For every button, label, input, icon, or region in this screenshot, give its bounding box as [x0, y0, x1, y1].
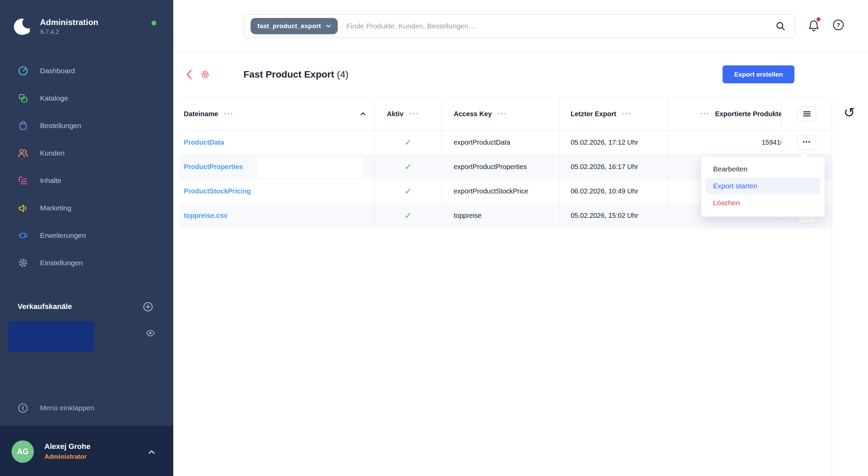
sidebar-item-erweiterungen[interactable]: Erweiterungen: [0, 222, 173, 249]
grid-settings-cell: [781, 98, 832, 130]
exported-products-cell: 159410: [669, 130, 781, 154]
sidebar: Administration 6.7.4.2 Dashboard Katalog…: [0, 0, 173, 476]
active-check-icon: ✓: [405, 210, 412, 221]
page-title: Fast Product Export(4): [243, 69, 349, 80]
app-version: 6.7.4.2: [40, 28, 59, 36]
search-icon[interactable]: [775, 21, 786, 32]
column-header-access-key[interactable]: Access Key ···: [441, 98, 559, 130]
topbar: fast_product_export: [173, 0, 868, 51]
sidebar-item-bestellungen[interactable]: Bestellungen: [0, 112, 173, 139]
filename-link[interactable]: ProductStockPricing: [184, 187, 251, 195]
smartbar: Fast Product Export(4) Export erstellen: [173, 51, 868, 97]
sidebar-item-marketing[interactable]: Marketing: [0, 194, 173, 222]
last-export-cell: 05.02.2026, 15:02 Uhr: [559, 204, 669, 228]
sidebar-item-kataloge[interactable]: Kataloge: [0, 84, 173, 112]
sales-channel-item[interactable]: [8, 321, 94, 352]
bag-icon: [17, 120, 29, 132]
sidebar-item-kunden[interactable]: Kunden: [0, 139, 173, 167]
ellipsis-icon: •••: [803, 142, 811, 143]
last-export-cell: 05.02.2026, 16:17 Uhr: [559, 155, 669, 179]
last-export-cell: 06.02.2026, 10:49 Uhr: [559, 179, 669, 203]
context-menu-item-loeschen[interactable]: Löschen: [701, 195, 825, 211]
gear-icon: [17, 257, 29, 269]
filename-link[interactable]: ProductData: [184, 139, 224, 146]
status-dot: [152, 21, 156, 25]
collapse-circle-chevron-icon: [18, 403, 28, 413]
table-header-row: Dateiname ··· Aktiv ··· Access Key ··· L…: [179, 97, 832, 130]
filename-link[interactable]: toppreise.csv: [184, 212, 228, 220]
active-check-icon: ✓: [405, 186, 412, 196]
item-count: (4): [337, 69, 349, 80]
hamburger-icon: [803, 111, 811, 117]
plug-icon: [17, 229, 29, 242]
catalog-icon: [17, 92, 29, 104]
access-key-cell: toppreise: [441, 204, 559, 228]
redacted-area: [258, 157, 363, 178]
global-search[interactable]: fast_product_export: [243, 14, 795, 38]
back-button[interactable]: [185, 69, 193, 80]
gauge-icon: [17, 65, 29, 77]
collapse-menu-button[interactable]: Menü einklappen: [0, 398, 173, 417]
notifications-button[interactable]: [807, 19, 821, 33]
last-export-cell: 05.02.2026, 17:12 Uhr: [559, 130, 669, 154]
shopware-logo-icon: [13, 16, 34, 37]
access-key-cell: exportProductStockPrice: [441, 179, 559, 203]
active-check-icon: ✓: [405, 137, 412, 148]
user-role: Administrator: [44, 453, 87, 460]
row-actions-button[interactable]: •••: [797, 135, 816, 150]
column-header-exportierte-produkte[interactable]: ··· Exportierte Produkte: [669, 98, 781, 130]
access-key-cell: exportProductData: [441, 130, 559, 154]
active-check-icon: ✓: [405, 162, 412, 172]
filename-link[interactable]: ProductProperties: [184, 163, 243, 171]
create-export-button[interactable]: Export erstellen: [723, 65, 794, 83]
grid-settings-button[interactable]: [797, 106, 816, 121]
context-menu-item-bearbeiten[interactable]: Bearbeiten: [701, 161, 825, 177]
column-header-dateiname[interactable]: Dateiname ···: [179, 98, 375, 130]
user-name: Alexej Grohe: [44, 442, 91, 451]
column-header-letzter-export[interactable]: Letzter Export ···: [559, 98, 669, 130]
grid-right-border: [832, 97, 832, 476]
content-icon: [17, 174, 29, 187]
module-settings-icon[interactable]: [200, 69, 211, 80]
megaphone-icon: [17, 202, 29, 214]
row-context-menu: Bearbeiten Export starten Löschen: [701, 156, 825, 217]
chevron-up-icon: [148, 450, 155, 455]
sidebar-item-einstellungen[interactable]: Einstellungen: [0, 249, 173, 276]
add-sales-channel-icon[interactable]: [143, 302, 153, 312]
users-icon: [17, 147, 29, 159]
access-key-cell: exportProductProperties: [441, 155, 559, 179]
search-scope-tag[interactable]: fast_product_export: [251, 18, 338, 34]
sales-channels-label: Verkaufskanäle: [18, 302, 72, 311]
table-row[interactable]: ProductData ✓ exportProductData 05.02.20…: [179, 130, 832, 155]
notification-dot: [816, 17, 821, 22]
column-header-aktiv[interactable]: Aktiv ···: [375, 98, 441, 130]
shopware-admin-window: Administration 6.7.4.2 Dashboard Katalog…: [0, 0, 868, 476]
sort-asc-icon[interactable]: [360, 112, 366, 116]
sidebar-item-dashboard[interactable]: Dashboard: [0, 57, 173, 84]
app-title: Administration: [40, 18, 98, 27]
refresh-icon[interactable]: ↺: [844, 106, 855, 119]
sidebar-nav: Dashboard Kataloge Bestellungen: [0, 57, 173, 276]
help-button[interactable]: ?: [832, 19, 844, 31]
avatar: AG: [12, 440, 34, 463]
search-input[interactable]: [347, 22, 775, 30]
svg-text:?: ?: [836, 22, 840, 28]
eye-icon[interactable]: [145, 328, 156, 338]
sidebar-item-inhalte[interactable]: Inhalte: [0, 167, 173, 194]
chevron-down-icon: [326, 24, 331, 28]
context-menu-item-export-starten[interactable]: Export starten: [706, 178, 820, 194]
